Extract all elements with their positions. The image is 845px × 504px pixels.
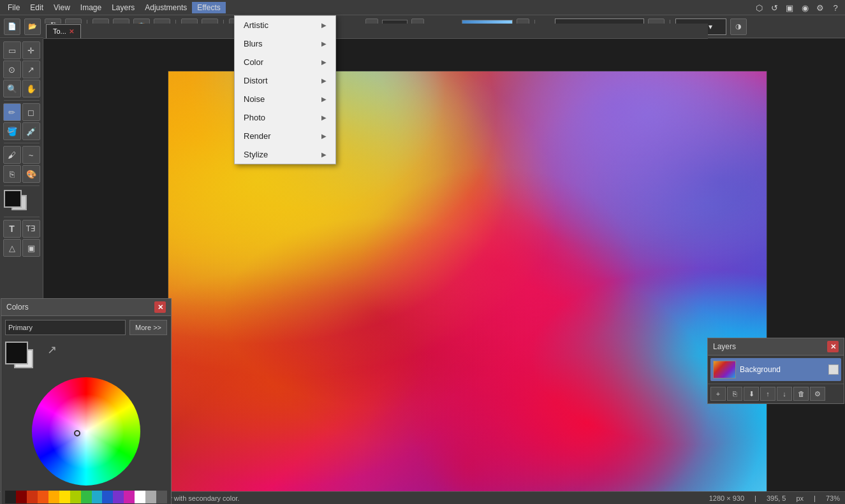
primary-secondary-select[interactable]: Primary bbox=[5, 320, 126, 335]
swap-colors-icon[interactable]: ↗ bbox=[47, 343, 57, 357]
effects-color-label: Color bbox=[244, 57, 263, 67]
effects-render[interactable]: Render ▶ bbox=[235, 127, 335, 145]
menu-view[interactable]: View bbox=[48, 2, 75, 13]
swatch-amber[interactable] bbox=[48, 491, 59, 503]
add-layer-btn[interactable]: + bbox=[710, 387, 726, 401]
tool-row-1: ▭ ✛ bbox=[3, 41, 40, 59]
tool-brush[interactable]: 🖌 bbox=[3, 146, 21, 164]
new-btn[interactable]: 📄 bbox=[4, 18, 20, 35]
tool-textpath[interactable]: Tⴺ bbox=[22, 220, 40, 238]
menu-image[interactable]: Image bbox=[75, 2, 107, 13]
status-sep2: | bbox=[814, 494, 816, 502]
tool-recolor[interactable]: 🎨 bbox=[22, 165, 40, 183]
more-btn[interactable]: More >> bbox=[129, 320, 167, 335]
topbar-icon-settings[interactable]: ⚙ bbox=[813, 1, 827, 15]
swatch-white[interactable] bbox=[135, 491, 145, 503]
swatch-teal[interactable] bbox=[92, 491, 103, 503]
layers-panel-close-btn[interactable]: ✕ bbox=[827, 341, 839, 352]
effects-distort[interactable]: Distort ▶ bbox=[235, 71, 335, 90]
effects-noise[interactable]: Noise ▶ bbox=[235, 90, 335, 108]
color-wheel[interactable] bbox=[32, 377, 140, 486]
effects-artistic[interactable]: Artistic ▶ bbox=[235, 16, 335, 34]
tool-row-7: ⎘ 🎨 bbox=[3, 165, 40, 183]
swatch-magenta[interactable] bbox=[124, 491, 135, 503]
tool-lasso[interactable]: ⊙ bbox=[3, 61, 21, 78]
topbar-icon-refresh[interactable]: ↺ bbox=[767, 1, 781, 15]
color-swatches-fg-bg bbox=[4, 189, 40, 214]
colors-selectors: Primary More >> bbox=[5, 320, 167, 335]
tool-move[interactable]: ✛ bbox=[22, 41, 40, 59]
tool-pan[interactable]: ✋ bbox=[22, 80, 40, 97]
swatch-green[interactable] bbox=[81, 491, 92, 503]
colors-panel-close-btn[interactable]: ✕ bbox=[154, 301, 166, 313]
tool-eraser[interactable]: ◻ bbox=[22, 103, 40, 121]
swatch-gray[interactable] bbox=[156, 491, 167, 503]
duplicate-layer-btn[interactable]: ⎘ bbox=[727, 387, 742, 401]
layer-properties-btn[interactable]: ⚙ bbox=[810, 387, 825, 401]
layers-list: Background ✓ bbox=[708, 356, 844, 384]
delete-layer-btn[interactable]: 🗑 bbox=[793, 387, 809, 401]
effects-color-arrow: ▶ bbox=[321, 59, 327, 66]
tab-active[interactable]: To... ✕ bbox=[46, 24, 81, 38]
tool-row-6: 🖌 ~ bbox=[3, 146, 40, 164]
effects-blurs[interactable]: Blurs ▶ bbox=[235, 34, 335, 53]
image-size: 1280 × 930 bbox=[709, 494, 744, 502]
effects-artistic-label: Artistic bbox=[244, 20, 268, 30]
effects-photo-label: Photo bbox=[244, 113, 265, 122]
tool-row-text: T Tⴺ bbox=[3, 220, 40, 238]
swatch-purple[interactable] bbox=[113, 491, 124, 503]
swatch-red[interactable] bbox=[27, 491, 38, 503]
swatch-darkred[interactable] bbox=[16, 491, 27, 503]
open-btn[interactable]: 📂 bbox=[24, 18, 41, 35]
layer-thumbnail bbox=[713, 361, 736, 378]
opacity-btn[interactable]: ◑ bbox=[730, 18, 747, 35]
effects-photo-arrow: ▶ bbox=[321, 114, 327, 121]
swatch-orange[interactable] bbox=[38, 491, 48, 503]
tool-smudge[interactable]: ~ bbox=[22, 146, 40, 164]
tool-zoom[interactable]: 🔍 bbox=[3, 80, 21, 97]
menu-effects[interactable]: Effects bbox=[192, 2, 225, 13]
tool-rectangle-select[interactable]: ▭ bbox=[3, 41, 21, 59]
tool-pencil[interactable]: ✏ bbox=[3, 103, 21, 121]
fg-color-box[interactable] bbox=[5, 342, 28, 364]
tool-row-2: ⊙ ↗ bbox=[3, 61, 40, 78]
move-layer-down-btn[interactable]: ↓ bbox=[777, 387, 792, 401]
menu-adjustments[interactable]: Adjustments bbox=[140, 2, 192, 13]
swatch-black[interactable] bbox=[5, 491, 16, 503]
layer-visibility-check[interactable]: ✓ bbox=[828, 364, 839, 375]
tool-row-4: ✏ ◻ bbox=[3, 103, 40, 121]
tool-text[interactable]: T bbox=[3, 220, 21, 238]
layers-toolbar: + ⎘ ⬇ ↑ ↓ 🗑 ⚙ bbox=[708, 384, 844, 403]
effects-stylize[interactable]: Stylize ▶ bbox=[235, 145, 335, 164]
mode-dropdown-arrow: ▾ bbox=[709, 22, 712, 31]
tabstrip: To... ✕ bbox=[43, 24, 708, 39]
topbar-icon-help[interactable]: ? bbox=[828, 1, 842, 15]
topbar-icon-window[interactable]: ▣ bbox=[783, 1, 797, 15]
layer-item-background[interactable]: Background ✓ bbox=[710, 358, 841, 381]
tab-name: To... bbox=[53, 27, 66, 35]
color-wheel-inner bbox=[48, 394, 124, 470]
tool-move2[interactable]: ↗ bbox=[22, 61, 40, 78]
menu-file[interactable]: File bbox=[3, 2, 25, 13]
tool-shapes[interactable]: △ bbox=[3, 239, 21, 257]
tool-paintbucket[interactable]: 🪣 bbox=[3, 122, 21, 140]
effects-color[interactable]: Color ▶ bbox=[235, 53, 335, 71]
swatch-yellow[interactable] bbox=[59, 491, 70, 503]
effects-photo[interactable]: Photo ▶ bbox=[235, 108, 335, 127]
tab-close-btn[interactable]: ✕ bbox=[69, 28, 74, 35]
menu-layers[interactable]: Layers bbox=[107, 2, 140, 13]
tool-gradient[interactable]: ▣ bbox=[22, 239, 40, 257]
fg-bg-swatches: ↗ bbox=[5, 340, 167, 372]
menu-edit[interactable]: Edit bbox=[25, 2, 48, 13]
topbar-icon-color[interactable]: ◉ bbox=[798, 1, 812, 15]
move-layer-up-btn[interactable]: ↑ bbox=[760, 387, 775, 401]
topbar-icon-arrow[interactable]: ⬡ bbox=[752, 1, 766, 15]
tool-clone[interactable]: ⎘ bbox=[3, 165, 21, 183]
swatch-lime[interactable] bbox=[70, 491, 81, 503]
tool-colorpicker[interactable]: 💉 bbox=[22, 122, 40, 140]
tool-sep4 bbox=[4, 217, 40, 217]
swatch-lightgray[interactable] bbox=[145, 491, 156, 503]
merge-layer-btn[interactable]: ⬇ bbox=[744, 387, 759, 401]
swatch-blue[interactable] bbox=[102, 491, 113, 503]
fg-color-swatch[interactable] bbox=[4, 190, 22, 208]
